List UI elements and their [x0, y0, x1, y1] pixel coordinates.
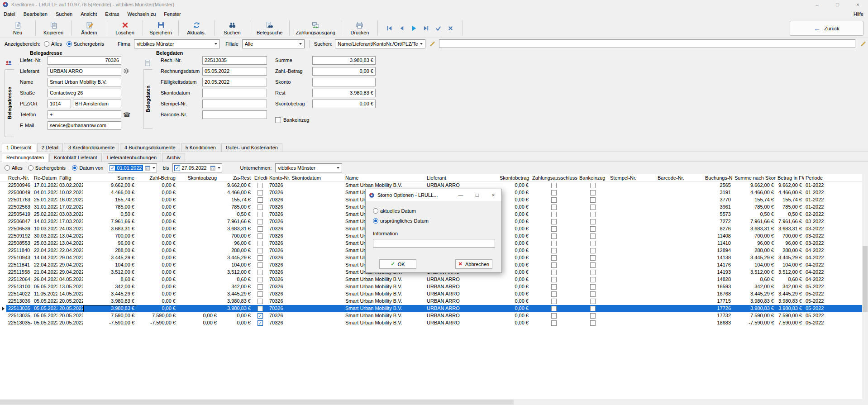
belegadresse-straße-input[interactable] — [48, 89, 121, 97]
belegadresse-plz-ort-input-1[interactable] — [48, 100, 71, 108]
information-input[interactable] — [373, 239, 495, 248]
toolbar-drucken-button[interactable]: Drucken — [344, 19, 376, 37]
radio-table-alles[interactable] — [5, 165, 10, 171]
zahlungsausschluss-checkbox[interactable] — [551, 270, 557, 275]
bankeinzug-checkbox[interactable] — [590, 262, 596, 268]
menu-datei[interactable]: Datei — [4, 11, 15, 17]
bankeinzug-checkbox[interactable] — [590, 284, 596, 290]
erledigt-checkbox[interactable] — [258, 219, 263, 224]
table-row[interactable]: 2251206426.04.202204.05.20228,60 €0,00 €… — [0, 276, 862, 283]
zahlungsausschluss-checkbox[interactable] — [551, 205, 557, 210]
radio-suchergebnis[interactable] — [67, 41, 72, 47]
radio-datum-von[interactable] — [72, 165, 77, 171]
menu-hilfe[interactable]: Hilfe — [854, 11, 863, 17]
column-header-rechnr[interactable]: Rech.-Nr. — [6, 175, 32, 181]
erledigt-checkbox[interactable] — [258, 241, 263, 246]
date-to-field[interactable]: ✓ 27.05.2022 — [172, 163, 222, 172]
vertical-scrollbar-thumb[interactable] — [863, 246, 868, 312]
erledigt-checkbox[interactable] — [258, 190, 263, 195]
zahlungsausschluss-checkbox[interactable] — [551, 212, 557, 217]
toolbar-speichern-button[interactable]: Speichern — [145, 19, 176, 37]
dialog-option-ursprüngliches-datum[interactable]: ursprüngliches Datum — [373, 217, 494, 224]
bankeinzug-checkbox[interactable] — [590, 313, 596, 319]
zahlungsausschluss-checkbox[interactable] — [551, 197, 557, 203]
radio-aktuelles-datum[interactable] — [373, 208, 378, 214]
belegadresse-liefer-nr-input[interactable] — [48, 56, 121, 65]
bankeinzug-checkbox[interactable] — [590, 277, 596, 282]
menu-suchen[interactable]: Suchen — [56, 11, 72, 17]
bankeinzug-checkbox[interactable] — [590, 190, 596, 195]
column-header-kontonr[interactable]: Konto-Nr. — [267, 175, 290, 181]
belegdaten-skontodatum-input[interactable] — [202, 89, 267, 97]
nav-next-icon[interactable] — [410, 24, 419, 33]
belegadresse-plz-ort-input-2[interactable] — [73, 100, 121, 108]
zahlungsausschluss-checkbox[interactable] — [551, 226, 557, 232]
belegdaten-fälligkeitsdatum-input[interactable] — [202, 78, 267, 86]
menu-extras[interactable]: Extras — [105, 11, 119, 17]
menu-fenster[interactable]: Fenster — [164, 11, 181, 17]
bankeinzug-checkbox[interactable] — [590, 248, 596, 253]
zahlungsausschluss-checkbox[interactable] — [551, 241, 557, 246]
belegadresse-lieferant-input[interactable] — [48, 67, 121, 76]
filiale-select[interactable]: Alle — [242, 39, 305, 48]
nav-accept-icon[interactable] — [434, 24, 443, 33]
zahlungsausschluss-checkbox[interactable] — [551, 190, 557, 195]
back-button[interactable]: ← Zurück — [790, 21, 863, 36]
column-header-name[interactable]: Name — [343, 175, 425, 181]
close-icon[interactable]: × — [848, 0, 868, 9]
zahlungsausschluss-checkbox[interactable] — [551, 248, 557, 253]
bankeinzug-checkbox[interactable] — [590, 255, 596, 261]
column-header-betragfw[interactable]: Betrag in FW — [776, 175, 804, 181]
dialog-minimize-icon[interactable]: — — [453, 189, 469, 201]
zahlungsausschluss-checkbox[interactable] — [551, 313, 557, 319]
erledigt-checkbox[interactable] — [258, 291, 263, 297]
pencil-icon[interactable] — [429, 41, 435, 47]
nav-first-icon[interactable] — [385, 24, 394, 33]
calendar-icon[interactable] — [145, 165, 150, 171]
erledigt-checkbox[interactable] — [258, 306, 263, 311]
erledigt-checkbox[interactable] — [258, 233, 263, 239]
toolbar-kopieren-button[interactable]: Kopieren — [38, 19, 69, 37]
column-header-barcodenr[interactable]: Barcode-Nr. — [656, 175, 703, 181]
dialog-close-icon[interactable]: × — [485, 189, 501, 201]
bankeinzug-checkbox[interactable] — [590, 291, 596, 297]
menu-wechseln-zu[interactable]: Wechseln zu — [127, 11, 156, 17]
bankeinzug-checkbox[interactable] — [590, 306, 596, 311]
bankeinzug-checkbox[interactable] — [590, 205, 596, 210]
vertical-scrollbar[interactable] — [862, 174, 868, 399]
minimize-icon[interactable]: – — [807, 0, 827, 9]
toolbar-neu-button[interactable]: Neu — [2, 19, 33, 37]
erledigt-checkbox[interactable] — [258, 299, 263, 304]
belegdaten-zahl-betrag-input[interactable] — [312, 67, 376, 76]
column-header-skontodatum[interactable]: Skontodatum — [290, 175, 343, 181]
belegdaten-rechnungsdatum-input[interactable] — [202, 67, 267, 76]
bankeinzug-checkbox[interactable] — [590, 320, 596, 326]
table-row[interactable]: 2251402211.05.202214.05.20223.445,29 €0,… — [0, 291, 862, 298]
nav-prev-icon[interactable] — [397, 24, 406, 33]
tab-5-konditionen[interactable]: 5 Konditionen — [181, 143, 220, 152]
column-header-lieferant[interactable]: Lieferant — [425, 175, 498, 181]
bankeinzug-checkbox[interactable] — [590, 212, 596, 217]
bankeinzug-checkbox[interactable] — [590, 226, 596, 232]
chevron-down-icon[interactable] — [153, 167, 155, 169]
erledigt-checkbox[interactable] — [258, 197, 263, 203]
erledigt-checkbox[interactable]: ✓ — [258, 313, 263, 319]
subtab-kontoblatt-lieferant[interactable]: Kontoblatt Lieferant — [49, 153, 101, 162]
zahlungsausschluss-checkbox[interactable] — [551, 183, 557, 188]
chevron-down-icon[interactable] — [218, 167, 220, 169]
column-header-bankeinzug[interactable]: Bankeinzug — [577, 175, 608, 181]
column-header-skontoabzug[interactable]: Skontoabzug — [177, 175, 219, 181]
toolbar-löschen-button[interactable]: Löschen — [109, 19, 141, 37]
toolbar-aktualis-button[interactable]: Aktualis. — [181, 19, 212, 37]
belegdaten-summe-input[interactable] — [312, 56, 376, 65]
column-header-periode[interactable]: Periode — [804, 175, 830, 181]
erledigt-checkbox[interactable] — [258, 205, 263, 210]
menu-bearbeiten[interactable]: Bearbeiten — [24, 11, 48, 17]
dialog-option-aktuelles-datum[interactable]: aktuelles Datum — [373, 207, 494, 214]
maximize-icon[interactable]: □ — [827, 0, 848, 9]
belegdaten-side-tab[interactable]: Belegdaten — [143, 69, 153, 129]
column-header-erledigt[interactable]: Erledigt — [253, 175, 267, 181]
table-row[interactable]: 22513035-S05.05.202220.05.20227.590,00 €… — [0, 312, 862, 319]
zahlungsausschluss-checkbox[interactable] — [551, 233, 557, 239]
column-header-zarest[interactable]: Za-Rest — [219, 175, 253, 181]
